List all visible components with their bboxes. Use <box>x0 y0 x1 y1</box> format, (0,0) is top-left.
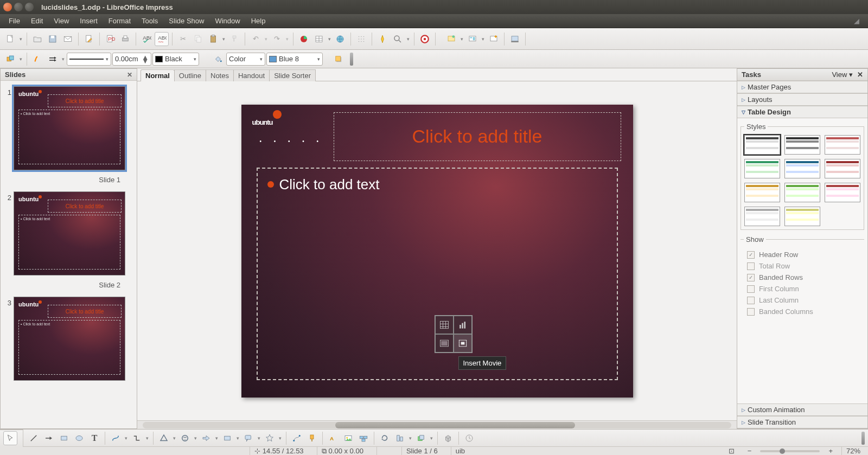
undo-button[interactable]: ↶ <box>248 32 263 46</box>
slide-thumbnail[interactable]: ubuntu Click to add title • Click to add… <box>14 297 125 381</box>
cut-button[interactable]: ✂ <box>176 32 190 46</box>
line-color-button[interactable] <box>30 52 44 66</box>
check-first-column[interactable]: First Column <box>744 283 861 294</box>
hyperlink-button[interactable] <box>333 32 347 46</box>
table-style[interactable] <box>825 159 860 178</box>
paste-dropdown[interactable]: ▾ <box>221 36 226 42</box>
slide-layout-button[interactable] <box>465 32 480 46</box>
redo-dropdown[interactable]: ▾ <box>284 36 290 42</box>
curve-dropdown[interactable]: ▾ <box>123 435 129 441</box>
section-slide-transition[interactable]: ▷Slide Transition <box>737 416 867 428</box>
menu-slideshow[interactable]: Slide Show <box>163 15 209 27</box>
basic-shapes-dropdown[interactable]: ▾ <box>171 435 177 441</box>
slide-design-button[interactable] <box>444 32 458 46</box>
slide-thumbnail[interactable]: ubuntu Click to add title • Click to add… <box>14 191 125 275</box>
window-close-icon[interactable] <box>3 3 12 11</box>
arrange-button[interactable] <box>3 52 17 66</box>
table-style[interactable] <box>784 183 820 202</box>
paste-button[interactable] <box>206 32 220 46</box>
fontwork-tool[interactable]: A <box>326 431 340 445</box>
zoom-in-button[interactable]: + <box>828 447 833 455</box>
check-last-column[interactable]: Last Column <box>744 294 861 306</box>
zoom-out-button[interactable]: − <box>748 447 752 455</box>
tab-notes[interactable]: Notes <box>206 69 234 81</box>
edit-file-button[interactable] <box>82 32 96 46</box>
window-minimize-icon[interactable] <box>14 3 23 11</box>
menu-format[interactable]: Format <box>103 15 136 27</box>
section-layouts[interactable]: ▷Layouts <box>737 93 867 106</box>
gluepoints-tool[interactable] <box>305 431 319 445</box>
menu-edit[interactable]: Edit <box>25 15 48 27</box>
new-dropdown[interactable]: ▾ <box>18 36 23 42</box>
slide-layout-dropdown[interactable]: ▾ <box>480 36 486 42</box>
export-pdf-button[interactable]: PDF <box>103 32 117 46</box>
section-custom-animation[interactable]: ▷Custom Animation <box>737 403 867 416</box>
shadow-button[interactable] <box>331 52 346 66</box>
block-arrows-tool[interactable] <box>199 431 213 445</box>
tab-handout[interactable]: Handout <box>233 69 270 81</box>
table-style[interactable] <box>744 207 780 226</box>
menu-insert[interactable]: Insert <box>74 15 103 27</box>
redo-button[interactable]: ↷ <box>270 32 284 46</box>
arrow-style-dropdown[interactable]: ▾ <box>60 56 66 62</box>
rotate-tool[interactable] <box>378 431 392 445</box>
symbol-shapes-dropdown[interactable]: ▾ <box>193 435 198 441</box>
zoom-fit-button[interactable]: ⊡ <box>724 447 739 455</box>
menu-window[interactable]: Window <box>209 15 245 27</box>
new-slide-button[interactable] <box>487 32 501 46</box>
slides-panel-close-icon[interactable]: ✕ <box>127 71 132 79</box>
callouts-dropdown[interactable]: ▾ <box>256 435 261 441</box>
rectangle-tool[interactable] <box>57 431 71 445</box>
slide-canvas[interactable]: ubuntu • • • • • Click to add title Clic… <box>137 81 737 420</box>
from-file-tool[interactable] <box>341 431 355 445</box>
insert-image-button[interactable] <box>435 334 454 353</box>
section-table-design[interactable]: ▽Table Design <box>737 106 867 118</box>
basic-shapes-tool[interactable] <box>157 431 171 445</box>
insert-chart-button[interactable] <box>454 316 472 334</box>
line-width-spinner[interactable]: 0.00cm▲▼ <box>112 53 151 66</box>
print-button[interactable] <box>118 32 132 46</box>
insert-movie-button[interactable] <box>454 334 472 353</box>
content-placeholder[interactable]: Click to add text Insert Movie <box>257 168 618 380</box>
zoom-slider[interactable] <box>760 450 820 452</box>
table-button[interactable] <box>312 32 326 46</box>
symbol-shapes-tool[interactable] <box>178 431 192 445</box>
zoom-dropdown[interactable]: ▾ <box>405 36 411 42</box>
points-edit-tool[interactable] <box>290 431 304 445</box>
arrow-style-button[interactable] <box>46 52 60 66</box>
menu-help[interactable]: Help <box>246 15 271 27</box>
align-tool[interactable] <box>393 431 407 445</box>
tab-outline[interactable]: Outline <box>174 69 206 81</box>
flowchart-tool[interactable] <box>220 431 234 445</box>
navigator-button[interactable] <box>375 32 390 46</box>
gallery-tool[interactable] <box>356 431 371 445</box>
check-banded-columns[interactable]: Banded Columns <box>744 306 861 317</box>
table-style[interactable] <box>784 159 820 178</box>
undo-dropdown[interactable]: ▾ <box>263 36 269 42</box>
menu-tools[interactable]: Tools <box>136 15 163 27</box>
copy-button[interactable] <box>191 32 205 46</box>
toolbar-grip-icon[interactable] <box>861 432 865 445</box>
tab-slidesorter[interactable]: Slide Sorter <box>269 69 316 81</box>
line-color-combo[interactable]: Black▾ <box>152 53 199 66</box>
callouts-tool[interactable] <box>241 431 256 445</box>
tab-normal[interactable]: Normal <box>141 69 175 81</box>
email-button[interactable] <box>61 32 75 46</box>
table-style[interactable] <box>784 207 820 226</box>
new-button[interactable] <box>3 32 17 46</box>
extrusion-tool[interactable] <box>441 431 455 445</box>
fill-mode-combo[interactable]: Color▾ <box>226 53 265 66</box>
connector-tool[interactable] <box>130 431 144 445</box>
help-button[interactable] <box>418 32 432 46</box>
text-tool[interactable]: T <box>87 431 101 445</box>
slide-design-dropdown[interactable]: ▾ <box>459 36 464 42</box>
select-tool[interactable] <box>3 431 17 445</box>
window-maximize-icon[interactable] <box>25 3 34 11</box>
stars-tool[interactable] <box>263 431 277 445</box>
clone-format-button[interactable] <box>227 32 241 46</box>
slide-thumbnail[interactable]: ubuntu Click to add title • Click to add… <box>14 86 125 170</box>
tasks-panel-close-icon[interactable]: ✕ <box>857 71 863 79</box>
zoom-value[interactable]: 72% <box>841 447 865 455</box>
table-style[interactable] <box>744 135 780 155</box>
block-arrows-dropdown[interactable]: ▾ <box>214 435 219 441</box>
